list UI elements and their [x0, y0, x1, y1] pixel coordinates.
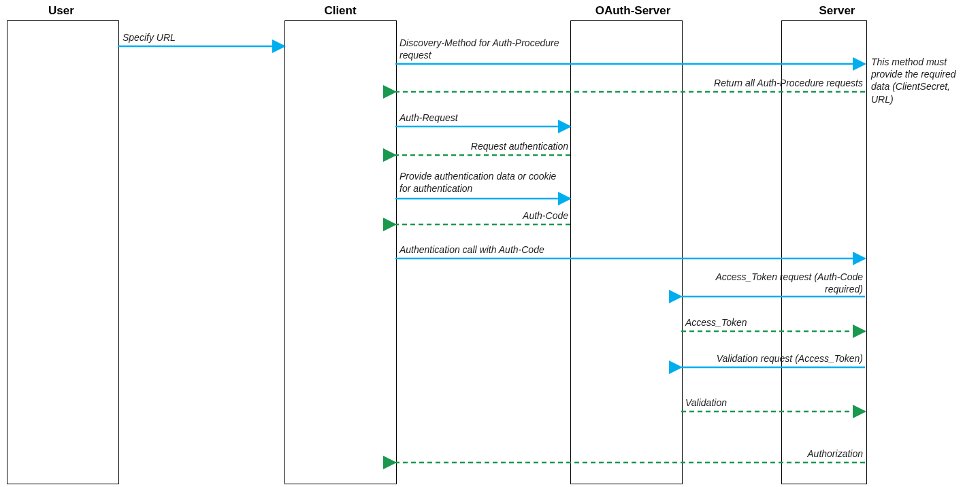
label-auth-code: Auth-Code [500, 210, 568, 222]
label-validation-req: Validation request (Access_Token) [703, 353, 863, 365]
participant-client: Client [306, 4, 374, 18]
label-provide-auth: Provide authentication data or cookie fo… [399, 171, 570, 195]
lifeline-user [7, 20, 119, 484]
note-method-required-data: This method must provide the required da… [871, 56, 973, 105]
label-auth-request: Auth-Request [399, 112, 458, 124]
label-auth-call: Authentication call with Auth-Code [399, 244, 544, 256]
participant-server: Server [803, 4, 871, 18]
label-discovery: Discovery-Method for Auth-Procedure requ… [399, 37, 576, 61]
label-specify-url: Specify URL [122, 32, 176, 44]
label-access-token-req: Access_Token request (Auth-Code required… [687, 271, 863, 295]
participant-user: User [27, 4, 95, 18]
label-access-token: Access_Token [685, 317, 747, 329]
lifeline-client [284, 20, 397, 484]
lifeline-server [781, 20, 867, 484]
participant-oauth: OAuth-Server [578, 4, 687, 18]
label-validation: Validation [685, 397, 727, 409]
label-return-auth-proc: Return all Auth-Procedure requests [710, 78, 863, 90]
label-authorization: Authorization [800, 448, 863, 460]
lifeline-oauth [570, 20, 683, 484]
label-request-auth: Request authentication [432, 141, 568, 153]
